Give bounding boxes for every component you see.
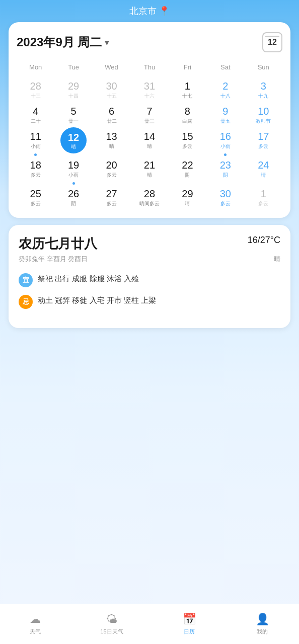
day-wrapper: 11小雨 <box>17 127 54 156</box>
weekday-label: Sun <box>245 61 282 73</box>
nav-weather[interactable]: ☁ 天气 <box>20 609 51 639</box>
calendar-day[interactable]: 15多云 <box>181 127 194 152</box>
day-wrapper: 15多云 <box>169 127 206 156</box>
bottom-nav: ☁ 天气 🌤 15日天气 📅 日历 👤 我的 <box>0 604 299 644</box>
nav-profile[interactable]: 👤 我的 <box>246 609 279 639</box>
day-wrapper: 13晴 <box>93 127 130 156</box>
calendar-day[interactable]: 23阴 <box>219 156 232 181</box>
day-wrapper: 21晴 <box>130 156 168 185</box>
calendar-day[interactable]: 11小雨 <box>29 127 42 152</box>
ji-text: 动土 冠笄 移徙 入宅 开市 竖柱 上梁 <box>38 294 156 306</box>
lunar-header: 农历七月廿八 16/27°C <box>19 235 280 253</box>
calendar-day[interactable]: 14晴 <box>143 127 156 152</box>
calendar-day[interactable]: 21晴 <box>143 156 156 181</box>
day-wrapper: 4二十 <box>17 102 54 127</box>
calendar-day[interactable]: 8白露 <box>181 102 193 127</box>
day-wrapper: 3十九 <box>245 77 282 102</box>
day-wrapper: 10教师节 <box>245 102 282 127</box>
day-wrapper: 1十七 <box>169 77 206 102</box>
calendar-day[interactable]: 6廿二 <box>106 102 118 127</box>
city-header: 北京市 📍 <box>129 5 170 17</box>
calendar-day[interactable]: 12晴 <box>60 127 87 153</box>
day-wrapper: 7廿三 <box>130 102 168 127</box>
calendar-day[interactable]: 29十四 <box>67 77 80 102</box>
nav-weather-label: 天气 <box>30 628 41 635</box>
lunar-title: 农历七月廿八 <box>19 235 97 253</box>
calendar-day[interactable]: 29晴 <box>181 185 194 210</box>
calendar-day[interactable]: 1多云 <box>257 185 269 210</box>
day-wrapper: 1多云 <box>245 185 282 210</box>
day-wrapper: 28十三 <box>17 77 54 102</box>
day-wrapper: 27多云 <box>93 185 130 210</box>
calendar-day[interactable]: 4二十 <box>30 102 42 127</box>
day-wrapper: 29十四 <box>54 77 92 102</box>
calendar-day[interactable]: 24晴 <box>257 156 270 181</box>
calendar-day[interactable]: 3十九 <box>257 77 269 102</box>
day-wrapper: 31十六 <box>130 77 168 102</box>
calendar-day[interactable]: 30多云 <box>219 185 232 210</box>
city-name: 北京市 <box>129 5 157 17</box>
calendar-day[interactable]: 10教师节 <box>255 102 272 127</box>
main-content: 2023年9月 周二 ▾ 12 MonTueWedThuFriSatSun 28… <box>9 22 290 338</box>
yi-text: 祭祀 出行 成服 除服 沐浴 入殓 <box>38 273 139 285</box>
calendar-card: 2023年9月 周二 ▾ 12 MonTueWedThuFriSatSun 28… <box>9 22 290 218</box>
calendar-day[interactable]: 31十六 <box>143 77 156 102</box>
day-wrapper: 23阴 <box>206 156 244 185</box>
day-wrapper: 28晴间多云 <box>130 185 168 210</box>
today-button[interactable]: 12 <box>262 32 282 52</box>
lunar-card: 农历七月廿八 16/27°C 癸卯兔年 辛酉月 癸酉日 晴 宜 祭祀 出行 成服… <box>9 225 290 328</box>
nav-15day-label: 15日天气 <box>100 628 123 635</box>
cloud-icon: ☁ <box>30 613 41 626</box>
day-wrapper: 17多云 <box>245 127 282 156</box>
calendar-day[interactable]: 27多云 <box>105 185 118 210</box>
weekday-label: Tue <box>54 61 92 73</box>
user-icon: 👤 <box>256 613 269 626</box>
calendar-day[interactable]: 13晴 <box>105 127 118 152</box>
day-wrapper: 30多云 <box>206 185 244 210</box>
calendar-month-year: 2023年9月 周二 <box>17 34 102 50</box>
calendar-day[interactable]: 20多云 <box>105 156 118 181</box>
day-wrapper: 22阴 <box>169 156 206 185</box>
calendar-title[interactable]: 2023年9月 周二 ▾ <box>17 34 109 50</box>
calendar-day[interactable]: 25多云 <box>29 185 42 210</box>
weekday-label: Fri <box>169 61 206 73</box>
calendar-day[interactable]: 18多云 <box>29 156 42 181</box>
day-wrapper: 14晴 <box>130 127 168 156</box>
lunar-weather: 晴 <box>274 255 280 264</box>
calendar-header: 2023年9月 周二 ▾ 12 <box>17 32 282 52</box>
lunar-temp: 16/27°C <box>248 235 280 246</box>
weekdays-row: MonTueWedThuFriSatSun <box>17 61 282 73</box>
calendar-day[interactable]: 16小雨 <box>219 127 232 152</box>
calendar-day[interactable]: 9廿五 <box>219 102 232 127</box>
calendar-icon: 📅 <box>183 613 196 626</box>
calendar-day[interactable]: 26阴 <box>67 185 80 210</box>
day-wrapper: 16小雨 <box>206 127 244 156</box>
day-wrapper: 19小雨 <box>54 156 92 185</box>
calendar-day[interactable]: 28晴间多云 <box>138 185 161 210</box>
day-wrapper: 24晴 <box>245 156 282 185</box>
lunar-zodiac: 癸卯兔年 辛酉月 癸酉日 <box>19 255 88 264</box>
nav-calendar[interactable]: 📅 日历 <box>173 609 206 639</box>
calendar-day[interactable]: 7廿三 <box>143 102 156 127</box>
day-wrapper: 9廿五 <box>206 102 244 127</box>
weekday-label: Sat <box>206 61 244 73</box>
day-wrapper: 12晴 <box>54 127 92 156</box>
nav-profile-label: 我的 <box>257 628 268 635</box>
calendar-day[interactable]: 2十八 <box>219 77 232 102</box>
weekday-label: Thu <box>130 61 168 73</box>
calendar-day[interactable]: 22阴 <box>181 156 194 181</box>
calendar-day[interactable]: 19小雨 <box>67 156 80 181</box>
calendar-day[interactable]: 5廿一 <box>67 102 80 127</box>
calendar-day[interactable]: 1十七 <box>181 77 193 102</box>
calendar-day[interactable]: 30十五 <box>105 77 118 102</box>
day-wrapper: 29晴 <box>169 185 206 210</box>
calendar-day[interactable]: 28十三 <box>29 77 42 102</box>
day-wrapper: 2十八 <box>206 77 244 102</box>
day-wrapper: 5廿一 <box>54 102 92 127</box>
day-wrapper: 18多云 <box>17 156 54 185</box>
weekday-label: Wed <box>93 61 130 73</box>
nav-15day[interactable]: 🌤 15日天气 <box>90 609 133 639</box>
sun15-icon: 🌤 <box>106 613 117 626</box>
lunar-sub-row: 癸卯兔年 辛酉月 癸酉日 晴 <box>19 255 280 264</box>
calendar-day[interactable]: 17多云 <box>257 127 270 152</box>
